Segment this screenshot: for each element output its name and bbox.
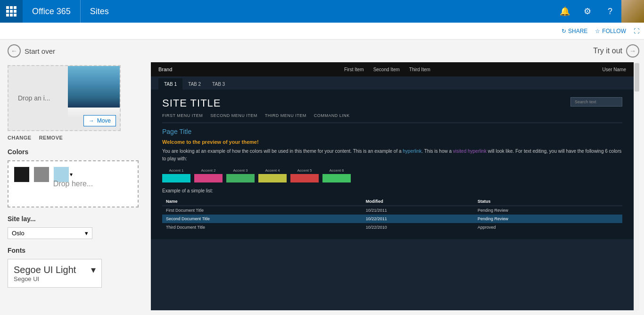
start-over-button[interactable]: ← Start over [8, 44, 139, 58]
theme-preview: Brand First Item Second Item Third Item … [151, 62, 634, 310]
preview-table: Name Modified Status First Document Titl… [162, 197, 622, 232]
site-layout-title: Site lay... [8, 215, 139, 223]
image-actions: CHANGE REMOVE [8, 135, 139, 141]
follow-button[interactable]: ☆ FOLLOW [595, 28, 626, 34]
preview-page-title: Page Title [162, 128, 622, 135]
help-button[interactable]: ? [599, 0, 621, 23]
scrollbar-thumb[interactable] [635, 63, 639, 91]
chevron-down-icon: ▾ [70, 171, 73, 178]
accent-5: Accent 5 [290, 168, 319, 182]
preview-list-title: Example of a simple list: [162, 188, 622, 193]
move-button[interactable]: → Move [83, 115, 116, 126]
preview-menu-item-2: SECOND MENU ITEM [210, 113, 257, 118]
fonts-box[interactable]: Segoe UI Light ▾ Segoe UI [8, 259, 102, 288]
table-cell-name: First Document Title [162, 206, 362, 215]
preview-divider [162, 123, 622, 123]
table-header-status: Status [474, 197, 622, 206]
remove-button[interactable]: REMOVE [39, 135, 63, 141]
accent-4: Accent 4 [258, 168, 287, 182]
site-layout-section: Site lay... Oslo ▾ [8, 215, 139, 239]
colors-section: Colors ▾ Drop here... [8, 148, 139, 207]
preview-visited-link: visited hyperlink [453, 149, 487, 154]
preview-username: User Name [602, 67, 626, 72]
preview-nav-item-1: First Item [344, 67, 364, 72]
notification-button[interactable]: 🔔 [553, 0, 576, 23]
preview-menu-item-1: FIRST MENU ITEM [162, 113, 203, 118]
site-layout-dropdown[interactable]: Oslo ▾ [8, 227, 92, 239]
gear-icon: ⚙ [584, 6, 591, 17]
apps-grid-button[interactable] [0, 0, 23, 23]
try-it-out-arrow-icon: → [626, 44, 639, 58]
share-button[interactable]: ↻ SHARE [561, 28, 587, 34]
share-icon: ↻ [561, 28, 566, 34]
fonts-title: Fonts [8, 247, 139, 254]
accent-1: Accent 1 [162, 168, 190, 182]
table-cell-status: Pending Review [474, 215, 622, 223]
preview-menu-item-4: COMMAND LINK [314, 113, 350, 118]
move-label: Move [97, 117, 111, 124]
preview-tab-2: TAB 2 [182, 78, 206, 90]
preview-nav-items: First Item Second Item Third Item [344, 67, 430, 72]
table-row: Third Document Title 10/22/2010 Approved [162, 223, 622, 232]
dropdown-chevron-icon: ▾ [85, 230, 88, 237]
table-row: First Document Title 10/21/2011 Pending … [162, 206, 622, 215]
right-panel: Try it out → Brand First Item Second Ite… [146, 40, 644, 315]
follow-label: FOLLOW [602, 28, 626, 34]
preview-nav-item-2: Second Item [373, 67, 400, 72]
start-over-label: Start over [25, 47, 55, 55]
table-cell-status: Approved [474, 223, 622, 232]
table-header-name: Name [162, 197, 362, 206]
table-header-modified: Modified [362, 197, 474, 206]
move-arrow-icon: → [89, 117, 94, 124]
grid-icon [6, 6, 17, 17]
preview-tab-1: TAB 1 [158, 78, 182, 90]
accent-2: Accent 2 [194, 168, 223, 182]
follow-icon: ☆ [595, 28, 600, 34]
fullscreen-button[interactable]: ⛶ [634, 28, 639, 34]
preview-tabs: TAB 1 TAB 2 TAB 3 [151, 76, 634, 90]
preview-top-bar: Brand First Item Second Item Third Item … [151, 62, 634, 76]
fullscreen-icon: ⛶ [634, 28, 639, 34]
preview-body-text: You are looking at an example of how the… [162, 148, 622, 163]
table-cell-name: Third Document Title [162, 223, 362, 232]
table-cell-modified: 10/22/2010 [362, 223, 474, 232]
colors-drop-area[interactable]: ▾ Drop here... [8, 160, 139, 207]
table-cell-modified: 10/22/2011 [362, 215, 474, 223]
table-row-highlighted: Second Document Title 10/22/2011 Pending… [162, 215, 622, 223]
back-circle-icon: ← [8, 44, 21, 58]
preview-search-box: Search text [570, 97, 622, 107]
accent-6: Accent 6 [322, 168, 351, 182]
help-icon: ? [608, 7, 612, 17]
sub-navigation: ↻ SHARE ☆ FOLLOW ⛶ [0, 23, 644, 40]
preview-content-area: SITE TITLE FIRST MENU ITEM SECOND MENU I… [151, 90, 634, 239]
preview-tab-3: TAB 3 [206, 78, 231, 90]
font-primary-display: Segoe UI Light ▾ [14, 264, 96, 275]
color-swatch-gray [34, 167, 49, 182]
try-it-out-label: Try it out [593, 47, 622, 55]
table-cell-modified: 10/21/2011 [362, 206, 474, 215]
image-drop-area[interactable]: Drop an i... → Move [8, 65, 121, 131]
drop-here-text: Drop here... [53, 180, 93, 188]
user-avatar[interactable] [621, 0, 644, 23]
preview-welcome-text: Welcome to the preview of your theme! [162, 139, 622, 145]
top-navigation: Office 365 Sites 🔔 ⚙ ? [0, 0, 644, 23]
scrollbar[interactable] [634, 62, 639, 310]
font-dropdown-icon: ▾ [91, 264, 96, 275]
change-button[interactable]: CHANGE [8, 135, 32, 141]
site-layout-value: Oslo [12, 230, 25, 237]
font-secondary-label: Segoe UI [14, 275, 96, 282]
try-it-out-button[interactable]: Try it out → [593, 44, 639, 58]
fonts-section: Fonts Segoe UI Light ▾ Segoe UI [8, 247, 139, 288]
preview-hyperlink: hyperlink [403, 149, 421, 154]
table-cell-name: Second Document Title [162, 215, 362, 223]
color-swatch-dark [14, 167, 29, 182]
preview-header: Try it out → [151, 40, 639, 62]
settings-button[interactable]: ⚙ [576, 0, 599, 23]
font-primary-label: Segoe UI Light [14, 265, 76, 275]
preview-menu-item-3: THIRD MENU ITEM [265, 113, 306, 118]
preview-nav-item-3: Third Item [409, 67, 430, 72]
bell-icon: 🔔 [560, 6, 570, 17]
preview-site-header: SITE TITLE FIRST MENU ITEM SECOND MENU I… [162, 97, 622, 118]
preview-accents: Accent 1 Accent 2 Accent 3 Accent 4 [162, 168, 622, 182]
left-panel: ← Start over Drop an i... → Move CHANGE … [0, 40, 146, 315]
